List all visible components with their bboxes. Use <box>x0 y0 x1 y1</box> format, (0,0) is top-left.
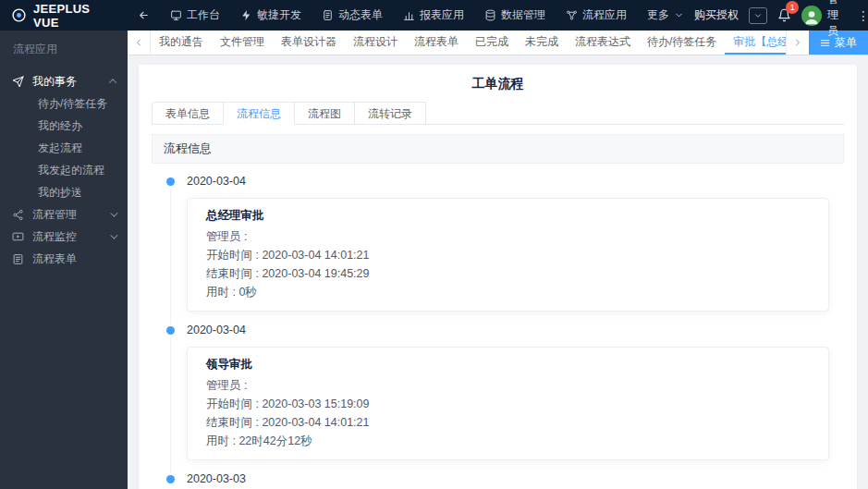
nav-item-dynamic-form[interactable]: 动态表单 <box>312 0 393 31</box>
topbar-right-cluster: 购买授权 1 管理员 ⋮ <box>694 0 868 39</box>
step-title: 领导审批 <box>206 357 810 372</box>
open-tabs-list: 我的通告 文件管理 表单设计器 流程设计 流程表单 已完成 未完成 流程表达式 … <box>151 31 786 55</box>
sidebar-item-process-monitor[interactable]: 流程监控 <box>0 226 128 248</box>
sidebar-item-start-process[interactable]: 发起流程 <box>0 137 128 159</box>
process-timeline: 2020-03-04 总经理审批 管理员 : 开始时间 : 2020-03-04… <box>166 175 842 489</box>
buy-license-link[interactable]: 购买授权 <box>694 7 739 23</box>
nav-label: 数据管理 <box>501 7 545 23</box>
timeline-item: 2020-03-04 总经理审批 管理员 : 开始时间 : 2020-03-04… <box>166 175 842 324</box>
step-title: 总经理审批 <box>206 208 810 223</box>
timeline-item: 2020-03-03 <box>166 472 842 489</box>
logo-text: JEEPLUS VUE <box>33 2 116 30</box>
user-avatar <box>801 6 822 26</box>
timeline-item: 2020-03-04 领导审批 管理员 : 开始时间 : 2020-03-03 … <box>166 324 842 472</box>
sidebar-item-my-tasks[interactable]: 我的事务 <box>0 70 128 92</box>
nav-label: 动态表单 <box>338 7 383 23</box>
chevron-down-icon <box>753 11 763 20</box>
nav-label: 更多 <box>647 7 669 23</box>
form-icon <box>12 253 24 265</box>
open-tab[interactable]: 我的通告 <box>151 31 212 55</box>
open-tab[interactable]: 流程表达式 <box>567 31 639 55</box>
main-area: 我的通告 文件管理 表单设计器 流程设计 流程表单 已完成 未完成 流程表达式 … <box>128 31 868 489</box>
nav-item-workbench[interactable]: 工作台 <box>160 0 230 31</box>
open-tab[interactable]: 未完成 <box>517 31 567 55</box>
nav-item-more[interactable]: 更多 <box>637 0 694 31</box>
sidebar-item-process-form[interactable]: 流程表单 <box>0 248 128 270</box>
workorder-card: 工单流程 表单信息 流程信息 流程图 流转记录 流程信息 2020-03-04 … <box>139 65 857 489</box>
sidebar-group-label: 流程应用 <box>0 31 128 59</box>
arrow-left-icon <box>138 9 150 21</box>
nav-label: 敏捷开发 <box>257 7 301 23</box>
share-nodes-icon <box>12 209 24 221</box>
tab-process-diagram[interactable]: 流程图 <box>294 102 355 125</box>
chevron-up-icon <box>109 79 116 86</box>
page-content: 工单流程 表单信息 流程信息 流程图 流转记录 流程信息 2020-03-04 … <box>128 55 868 489</box>
app-window: JEEPLUS VUE 工作台 敏捷开发 <box>0 0 868 489</box>
timeline-date: 2020-03-04 <box>187 324 842 337</box>
sidebar-item-my-handled[interactable]: 我的经办 <box>0 115 128 137</box>
app-logo[interactable]: JEEPLUS VUE <box>0 2 128 30</box>
paper-plane-icon <box>12 76 24 88</box>
sidebar-item-my-started[interactable]: 我发起的流程 <box>0 159 128 181</box>
report-app-icon <box>403 9 415 21</box>
notification-bell[interactable]: 1 <box>777 8 791 22</box>
step-end-time: 结束时间 : 2020-03-04 14:01:21 <box>206 413 810 432</box>
open-tab[interactable]: 流程设计 <box>345 31 406 55</box>
sidebar-item-my-cc[interactable]: 我的抄送 <box>0 181 128 203</box>
open-tab[interactable]: 已完成 <box>467 31 517 55</box>
top-nav: 工作台 敏捷开发 动态表单 报表应用 <box>128 0 694 31</box>
workbench-icon <box>170 9 182 21</box>
notification-badge: 1 <box>786 1 799 14</box>
step-assignee: 管理员 : <box>206 227 810 246</box>
logo-icon <box>11 7 27 23</box>
timeline-card: 总经理审批 管理员 : 开始时间 : 2020-03-04 14:01:21 结… <box>187 198 829 312</box>
tabs-scroll-left[interactable] <box>128 31 151 55</box>
chevron-down-icon <box>674 10 684 20</box>
timeline-card: 领导审批 管理员 : 开始时间 : 2020-03-03 15:19:09 结束… <box>187 347 829 460</box>
step-duration: 用时 : 0秒 <box>206 283 810 301</box>
user-name: 管理员 <box>827 0 845 39</box>
nav-label: 工作台 <box>187 7 220 23</box>
tab-process-info[interactable]: 流程信息 <box>223 102 295 125</box>
open-tab[interactable]: 流程表单 <box>406 31 467 55</box>
nav-label: 流程应用 <box>582 7 627 23</box>
language-select[interactable] <box>749 7 767 24</box>
more-options-icon[interactable]: ⋮ <box>855 8 868 23</box>
sidebar-item-process-management[interactable]: 流程管理 <box>0 203 128 226</box>
step-assignee: 管理员 : <box>206 376 810 395</box>
step-start-time: 开始时间 : 2020-03-04 14:01:21 <box>206 246 810 264</box>
timeline-date: 2020-03-04 <box>187 175 842 189</box>
timeline-dot-icon <box>166 177 175 186</box>
timeline-dot-icon <box>166 475 175 483</box>
monitor-play-icon <box>12 231 24 243</box>
chevron-down-icon <box>110 209 117 216</box>
nav-item-process-app[interactable]: 流程应用 <box>556 0 637 31</box>
dynamic-form-icon <box>322 9 334 21</box>
hamburger-icon <box>820 38 830 48</box>
nav-label: 报表应用 <box>420 7 464 23</box>
sidebar-item-label: 流程监控 <box>32 229 102 245</box>
nav-item-agile-dev[interactable]: 敏捷开发 <box>230 0 312 31</box>
nav-item-data-management[interactable]: 数据管理 <box>474 0 556 31</box>
user-menu[interactable]: 管理员 <box>801 0 845 39</box>
nav-item-report-app[interactable]: 报表应用 <box>393 0 474 31</box>
tab-form-info[interactable]: 表单信息 <box>152 102 224 125</box>
open-tab[interactable]: 文件管理 <box>212 31 273 55</box>
sidebar-item-label: 流程管理 <box>32 207 102 223</box>
open-tab[interactable]: 表单设计器 <box>273 31 345 55</box>
sidebar-item-label: 我的事务 <box>32 74 102 90</box>
sidebar: 流程应用 我的事务 待办/待签任务 我的经办 发起流程 我发起的流程 我的抄送 … <box>0 31 128 489</box>
back-button[interactable] <box>128 0 160 31</box>
data-management-icon <box>484 9 496 21</box>
top-navbar: JEEPLUS VUE 工作台 敏捷开发 <box>0 0 868 31</box>
timeline-date: 2020-03-03 <box>187 472 842 486</box>
page-title: 工单流程 <box>152 76 844 92</box>
step-start-time: 开始时间 : 2020-03-03 15:19:09 <box>206 395 810 413</box>
chevron-down-icon <box>110 231 117 238</box>
agile-dev-icon <box>240 9 252 21</box>
sidebar-item-todo-tasks[interactable]: 待办/待签任务 <box>0 92 128 115</box>
process-app-icon <box>566 9 578 21</box>
sidebar-item-label: 流程表单 <box>32 251 116 267</box>
step-duration: 用时 : 22时42分12秒 <box>206 432 810 450</box>
tab-flow-records[interactable]: 流转记录 <box>354 102 426 125</box>
